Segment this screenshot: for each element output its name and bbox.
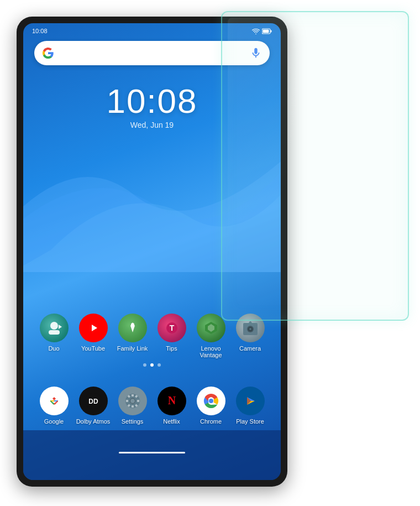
clock-time: 10:08 (106, 84, 197, 118)
dot-3 (158, 363, 161, 367)
app-google[interactable]: Google (35, 387, 73, 425)
scene: 10:08 (0, 0, 420, 506)
app-label-dolby: Dolby Atmos (76, 418, 111, 425)
app-label-camera: Camera (239, 345, 261, 352)
apps-row1: Duo YouTube Family Link (23, 314, 281, 358)
app-label-settings: Settings (122, 418, 144, 425)
wifi-icon (252, 28, 260, 34)
app-duo[interactable]: Duo (35, 314, 73, 358)
app-icon-netflix: N (158, 387, 186, 415)
app-label-duo: Duo (48, 345, 59, 352)
dot-1 (143, 363, 146, 367)
svg-text:N: N (167, 394, 176, 406)
app-label-playstore: Play Store (236, 418, 264, 425)
svg-rect-4 (49, 330, 60, 335)
svg-text:T: T (169, 324, 174, 332)
status-time: 10:08 (32, 28, 48, 34)
app-icon-duo (40, 314, 69, 342)
app-label-chrome: Chrome (200, 418, 222, 425)
app-icon-camera (236, 314, 265, 342)
svg-text:DD: DD (88, 398, 98, 405)
dot-2 (150, 363, 154, 367)
tablet-screen: 10:08 (23, 23, 281, 480)
google-logo (42, 47, 54, 59)
status-bar: 10:08 (23, 23, 281, 39)
svg-marker-5 (59, 325, 62, 329)
svg-point-23 (209, 399, 213, 403)
app-label-google: Google (44, 418, 64, 425)
app-icon-youtube (79, 314, 108, 342)
app-playstore[interactable]: Play Store (232, 387, 269, 425)
app-label-netflix: Netflix (163, 418, 180, 425)
app-icon-familylink (118, 314, 147, 342)
app-icon-playstore (236, 387, 265, 415)
app-settings[interactable]: Settings (114, 387, 151, 425)
mic-icon (250, 47, 262, 59)
app-chrome[interactable]: Chrome (192, 387, 230, 425)
dots-indicator (23, 363, 281, 367)
app-label-youtube: YouTube (81, 345, 105, 352)
nav-bar (23, 430, 281, 480)
svg-rect-1 (263, 29, 269, 33)
svg-rect-2 (271, 30, 272, 32)
svg-point-18 (130, 399, 135, 403)
app-icon-settings (118, 387, 147, 415)
wave-decoration (23, 106, 281, 272)
app-youtube[interactable]: YouTube (75, 314, 112, 358)
app-camera[interactable]: Camera (232, 314, 269, 358)
app-familylink[interactable]: Family Link (114, 314, 151, 358)
app-icon-dolby: DD (79, 387, 108, 415)
svg-point-13 (249, 328, 251, 330)
app-icon-chrome (197, 387, 225, 415)
app-icon-google (40, 387, 69, 415)
app-lenovovantage[interactable]: Lenovo Vantage (192, 314, 230, 358)
apps-row2: Google DD Dolby Atmos (23, 387, 281, 425)
svg-point-3 (50, 322, 58, 330)
clock-container: 10:08 Wed, Jun 19 (23, 84, 281, 129)
app-icon-lenovovantage (197, 314, 225, 342)
app-label-tips: Tips (166, 345, 177, 352)
tablet-device: 10:08 (17, 17, 287, 487)
svg-point-8 (131, 323, 134, 326)
clock-date: Wed, Jun 19 (130, 121, 174, 129)
app-netflix[interactable]: N Netflix (153, 387, 191, 425)
app-label-lenovovantage: Lenovo Vantage (192, 345, 230, 358)
app-icon-tips: T (158, 314, 186, 342)
app-dolby[interactable]: DD Dolby Atmos (75, 387, 112, 425)
search-bar[interactable] (34, 41, 270, 65)
nav-bar-line (119, 452, 185, 453)
app-label-familylink: Family Link (117, 345, 148, 352)
app-tips[interactable]: T Tips (153, 314, 191, 358)
status-icons (252, 28, 272, 34)
battery-icon (262, 28, 272, 34)
